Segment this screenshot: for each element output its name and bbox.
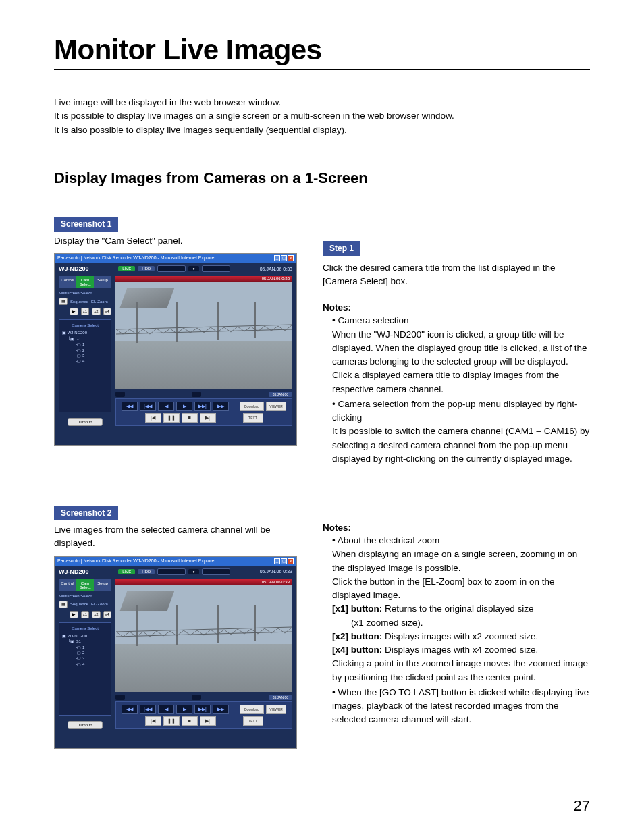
ff-btn[interactable]: ▶▶ xyxy=(213,402,229,411)
screenshot-2-caption: Live images from the selected camera cha… xyxy=(54,523,297,551)
x2-btn[interactable]: x2 xyxy=(92,308,100,315)
tab-setup[interactable]: Setup xyxy=(94,276,111,288)
next-btn[interactable]: ▶▶| xyxy=(194,402,211,411)
live-image[interactable] xyxy=(115,282,292,389)
notes-2-item-1: About the electrical zoom When displayin… xyxy=(332,534,590,684)
viewer-btn[interactable]: VIEWER xyxy=(266,402,286,411)
prev-btn-2[interactable]: |◀◀ xyxy=(140,705,156,714)
app-logo: WJ-ND200 xyxy=(59,265,89,272)
rew-btn[interactable]: ◀◀ xyxy=(122,402,138,411)
status-slot xyxy=(157,265,186,272)
rec-indicator: ● xyxy=(188,266,199,271)
elzoom-label: EL-Zoom xyxy=(91,300,108,304)
status-slot-2 xyxy=(202,265,230,272)
jump-to-btn-2[interactable]: Jump to xyxy=(68,721,102,729)
back-btn-2[interactable]: ◀ xyxy=(158,705,174,714)
step-1-text: Click the desired camera title from the … xyxy=(323,261,590,289)
seq-btn-2[interactable]: ▶ xyxy=(70,611,78,618)
step-1-badge: Step 1 xyxy=(323,241,360,256)
play-btn-2[interactable]: ▶ xyxy=(176,705,192,714)
notes-2-title: Notes: xyxy=(323,522,590,533)
next-btn-2[interactable]: ▶▶| xyxy=(194,705,211,714)
stop-btn[interactable]: ■ xyxy=(182,413,198,423)
play-btn[interactable]: ▶ xyxy=(176,402,192,411)
status-slot-2b xyxy=(202,568,230,575)
window-buttons: _▢× xyxy=(274,255,294,261)
clock-readout: 05.JAN.06 0:33 xyxy=(260,267,292,271)
tab-control[interactable]: Control xyxy=(59,276,76,288)
x1-btn-2[interactable]: x1 xyxy=(81,611,89,618)
section-heading: Display Images from Cameras on a 1-Scree… xyxy=(54,169,590,187)
viewer-btn-2[interactable]: VIEWER xyxy=(266,705,286,714)
stop-btn-2[interactable]: ■ xyxy=(182,716,198,726)
intro-text: Live image will be displayed in the web … xyxy=(54,96,590,137)
screenshot-1-caption: Display the "Cam Select" panel. xyxy=(54,234,297,248)
intro-line-1: Live image will be displayed in the web … xyxy=(54,96,590,109)
x1-btn[interactable]: x1 xyxy=(81,308,89,315)
app-logo-2: WJ-ND200 xyxy=(59,568,89,575)
back-btn[interactable]: ◀ xyxy=(158,402,174,411)
end-btn[interactable]: ▶| xyxy=(200,413,216,423)
live-image-2[interactable] xyxy=(115,585,292,692)
sequence-label-2: Sequence xyxy=(70,602,88,606)
camera-select-tree-2[interactable]: Camera Select ▣ WJ-ND200 └▣ G1 ├▢ 1 ├▢ 2… xyxy=(59,622,111,716)
status-slot-2a xyxy=(157,568,186,575)
rec-bar: 05.JAN.06 0:33 xyxy=(115,276,292,282)
tree-header: Camera Select xyxy=(62,323,108,328)
camera-select-tree[interactable]: Camera Select ▣ WJ-ND200 └▣ G1 ├▢ 1 ├▢ 2… xyxy=(59,319,111,412)
start-btn[interactable]: |◀ xyxy=(145,413,161,423)
text-btn-2[interactable]: TEXT xyxy=(243,716,263,726)
playback-controls-2: ◀◀ |◀◀ ◀ ▶ ▶▶| ▶▶ Download VIEWER |◀ xyxy=(115,701,292,729)
page-number: 27 xyxy=(574,797,590,815)
tab-cam-select-2[interactable]: Cam Select xyxy=(76,579,94,591)
pause-btn-2[interactable]: ❚❚ xyxy=(163,716,180,726)
page-title: Monitor Live Images xyxy=(54,34,590,66)
download-btn-2[interactable]: Download xyxy=(240,705,264,714)
screenshot-2-figure: Panasonic | Network Disk Recorder WJ-ND2… xyxy=(54,556,297,749)
x4-btn-2[interactable]: x4 xyxy=(103,611,111,618)
rew-btn-2[interactable]: ◀◀ xyxy=(122,705,138,714)
hdd-indicator: HDD xyxy=(138,266,155,271)
pause-btn[interactable]: ❚❚ xyxy=(163,413,180,423)
hdd-indicator-2: HDD xyxy=(138,569,155,574)
x4-btn[interactable]: x4 xyxy=(103,308,111,315)
elzoom-label-2: EL-Zoom xyxy=(91,602,108,606)
tab-cam-select[interactable]: Cam Select xyxy=(76,276,94,288)
rec-indicator-2: ● xyxy=(188,569,199,574)
ff-btn-2[interactable]: ▶▶ xyxy=(213,705,229,714)
intro-line-2: It is possible to display live images on… xyxy=(54,109,590,123)
prev-btn[interactable]: |◀◀ xyxy=(140,402,156,411)
multiscreen-label-2: Multiscreen Select xyxy=(59,594,92,598)
end-btn-2[interactable]: ▶| xyxy=(200,716,216,726)
notes-1-title: Notes: xyxy=(323,302,590,313)
screenshot-2-badge: Screenshot 2 xyxy=(54,506,118,520)
window-title: Panasonic | Network Disk Recorder WJ-ND2… xyxy=(57,255,216,261)
screenshot-1-badge: Screenshot 1 xyxy=(54,217,118,232)
rec-bar-2: 05.JAN.06 0:33 xyxy=(115,579,292,585)
intro-line-3: It is also possible to display live imag… xyxy=(54,124,590,137)
playback-controls: ◀◀ |◀◀ ◀ ▶ ▶▶| ▶▶ Download VIEWER |◀ xyxy=(115,398,292,426)
multiscreen-btn-2[interactable]: ▦ xyxy=(59,601,68,608)
start-btn-2[interactable]: |◀ xyxy=(145,716,161,726)
tab-setup-2[interactable]: Setup xyxy=(94,579,111,591)
notes-1-item-1: Camera selection When the "WJ-ND200" ico… xyxy=(332,314,590,396)
seq-btn[interactable]: ▶ xyxy=(70,308,78,315)
clock-readout-2: 05.JAN.06 0:33 xyxy=(260,569,292,574)
notes-1-item-2: Camera selection from the pop-up menu di… xyxy=(332,398,590,466)
jump-to-btn[interactable]: Jump to xyxy=(68,418,102,426)
multiscreen-label: Multiscreen Select xyxy=(59,291,92,295)
multiscreen-btn[interactable]: ▦ xyxy=(59,298,68,305)
text-btn[interactable]: TEXT xyxy=(243,413,263,423)
window-title-2: Panasonic | Network Disk Recorder WJ-ND2… xyxy=(57,558,216,564)
notes-block-2: Notes: About the electrical zoom When di… xyxy=(323,518,590,734)
notes-block-1: Notes: Camera selection When the "WJ-ND2… xyxy=(323,298,590,473)
live-indicator: LIVE xyxy=(118,266,135,271)
screenshot-1-figure: Panasonic | Network Disk Recorder WJ-ND2… xyxy=(54,253,297,446)
notes-2-item-2: When the [GO TO LAST] button is clicked … xyxy=(332,686,590,727)
live-indicator-2: LIVE xyxy=(118,569,135,574)
window-buttons-2: _▢× xyxy=(274,558,294,564)
sequence-label: Sequence xyxy=(70,300,88,304)
tab-control-2[interactable]: Control xyxy=(59,579,76,591)
x2-btn-2[interactable]: x2 xyxy=(92,611,100,618)
download-btn[interactable]: Download xyxy=(240,402,264,411)
